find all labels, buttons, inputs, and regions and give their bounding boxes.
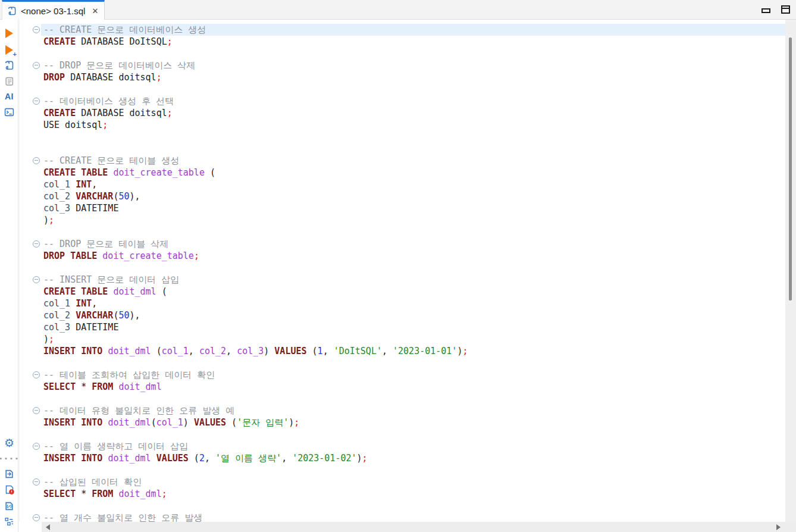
code-token: ; (156, 72, 162, 83)
code-line[interactable]: col_2 VARCHAR(50), (20, 190, 785, 202)
code-line[interactable]: col_1 INT, (20, 298, 785, 309)
code-line[interactable]: CREATE DATABASE DoItSQL; (20, 36, 785, 48)
code-line[interactable]: -- 삽입된 데이터 확인 (20, 476, 785, 488)
code-token: , (92, 298, 97, 309)
horizontal-scrollbar[interactable] (42, 522, 796, 532)
code-line[interactable] (20, 143, 785, 155)
fold-collapse-icon[interactable] (33, 276, 40, 283)
code-token: doit_dml (118, 489, 161, 499)
document-code-button[interactable] (2, 499, 17, 512)
code-line[interactable]: -- 열 개수 불일치로 인한 오류 발생 (20, 512, 785, 522)
code-line[interactable]: -- 열 이름 생략하고 데이터 삽입 (20, 440, 785, 452)
vertical-scrollbar-thumb[interactable] (789, 37, 792, 301)
code-line[interactable]: CREATE DATABASE doitsql; (20, 107, 785, 119)
code-line[interactable] (20, 500, 785, 512)
editor-toolbar: + AI (0, 20, 18, 532)
fold-collapse-icon[interactable] (33, 157, 40, 164)
code-token: CREATE TABLE (43, 167, 108, 178)
scroll-right-icon[interactable] (776, 524, 781, 530)
code-text: -- INSERT 문으로 데이터 삽입 (20, 274, 785, 286)
execute-script-button[interactable] (2, 58, 17, 71)
code-line[interactable]: DROP TABLE doit_create_table; (20, 250, 785, 262)
code-line[interactable] (20, 48, 785, 60)
fold-collapse-icon[interactable] (33, 407, 40, 414)
code-line[interactable] (20, 262, 785, 274)
code-text: col_1 INT, (20, 298, 785, 309)
outline-view-button[interactable] (2, 515, 17, 528)
fold-collapse-icon[interactable] (33, 240, 40, 248)
code-line[interactable]: col_2 VARCHAR(50), (20, 309, 785, 321)
code-line[interactable]: USE doitsql; (20, 119, 785, 131)
code-token: VALUES (274, 346, 306, 356)
code-token: doit_dml (118, 381, 161, 392)
code-line[interactable]: col_3 DATETIME (20, 321, 785, 333)
code-line[interactable]: INSERT INTO doit_dml (col_1, col_2, col_… (20, 345, 785, 357)
code-line[interactable]: -- CREATE 문으로 테이블 생성 (20, 155, 785, 167)
execute-statement-button[interactable] (2, 27, 17, 40)
code-text: DROP DATABASE doitsql; (20, 71, 785, 83)
code-token: ; (462, 346, 468, 356)
execute-script-detached-button[interactable] (2, 74, 17, 87)
code-line[interactable] (20, 464, 785, 476)
code-line[interactable]: ); (20, 214, 785, 226)
sql-console-button[interactable] (2, 105, 17, 118)
maximize-icon[interactable] (781, 5, 790, 14)
code-token: SELECT (43, 381, 76, 392)
tab-close-icon[interactable]: ✕ (92, 7, 98, 15)
code-line[interactable]: -- DROP 문으로 테이블 삭제 (20, 238, 785, 250)
export-result-button[interactable] (2, 467, 17, 480)
execute-new-tab-button[interactable]: + (2, 43, 17, 57)
code-token: FROM (92, 381, 113, 392)
code-token: USE doitsql (43, 120, 102, 130)
code-line[interactable] (20, 357, 785, 369)
fold-collapse-icon[interactable] (33, 478, 40, 486)
ai-assistant-button[interactable]: AI (2, 90, 17, 103)
code-line[interactable]: -- INSERT 문으로 데이터 삽입 (20, 274, 785, 286)
scroll-left-icon[interactable] (46, 524, 50, 530)
code-line[interactable]: SELECT * FROM doit_dml; (20, 488, 785, 500)
code-line[interactable] (20, 131, 785, 143)
code-area: -- CREATE 문으로 데이터베이스 생성CREATE DATABASE D… (20, 20, 785, 522)
code-line[interactable]: -- 테이블 조회하여 삽입한 데이터 확인 (20, 369, 785, 381)
fold-collapse-icon[interactable] (33, 443, 40, 450)
code-line[interactable] (20, 393, 785, 405)
code-token: -- CREATE 문으로 테이블 생성 (43, 155, 179, 166)
vertical-scrollbar[interactable] (785, 20, 796, 522)
code-line[interactable]: CREATE TABLE doit_dml ( (20, 286, 785, 298)
sql-editor[interactable]: -- CREATE 문으로 데이터베이스 생성CREATE DATABASE D… (19, 20, 785, 522)
fold-collapse-icon[interactable] (33, 371, 40, 378)
code-line[interactable]: SELECT * FROM doit_dml (20, 381, 785, 393)
code-line[interactable]: CREATE TABLE doit_create_table ( (20, 167, 785, 179)
code-line[interactable]: -- 데이터 유형 불일치로 인한 오류 발생 예 (20, 405, 785, 417)
code-line[interactable]: -- DROP 문으로 데이터베이스 삭제 (20, 60, 785, 71)
document-error-button[interactable] (2, 483, 17, 496)
code-token: , (226, 346, 237, 356)
code-token: INSERT INTO (43, 417, 102, 428)
code-line[interactable]: col_1 INT, (20, 179, 785, 190)
fold-collapse-icon[interactable] (33, 514, 40, 521)
code-line[interactable]: col_3 DATETIME (20, 202, 785, 214)
code-token: 'DoItSQL' (334, 346, 382, 356)
tab-label: <none> 03-1.sql (21, 6, 85, 16)
code-token (70, 310, 76, 321)
code-line[interactable] (20, 428, 785, 440)
tab-03-1-sql[interactable]: <none> 03-1.sql ✕ (2, 0, 105, 20)
code-token: ( (205, 167, 215, 178)
code-text: -- CREATE 문으로 테이블 생성 (20, 155, 785, 167)
code-line[interactable]: INSERT INTO doit_dml VALUES (2, '열 이름 생략… (20, 452, 785, 464)
code-token: CREATE TABLE (43, 286, 108, 297)
code-line[interactable] (20, 83, 785, 95)
minimize-icon[interactable] (761, 8, 770, 13)
fold-collapse-icon[interactable] (33, 26, 40, 33)
code-line[interactable] (20, 226, 785, 238)
code-line[interactable]: DROP DATABASE doitsql; (20, 71, 785, 83)
code-line[interactable]: -- CREATE 문으로 데이터베이스 생성 (20, 24, 785, 36)
fold-collapse-icon[interactable] (33, 98, 40, 105)
code-line[interactable]: -- 데이터베이스 생성 후 선택 (20, 95, 785, 107)
code-text: CREATE DATABASE doitsql; (20, 107, 785, 119)
fold-collapse-icon[interactable] (33, 62, 40, 69)
settings-button[interactable]: ⚙ (2, 436, 17, 449)
code-line[interactable]: INSERT INTO doit_dml(col_1) VALUES ('문자 … (20, 417, 785, 428)
overflow-menu-button[interactable]: ∙∙∙∙ (2, 452, 17, 465)
code-line[interactable]: ); (20, 333, 785, 345)
